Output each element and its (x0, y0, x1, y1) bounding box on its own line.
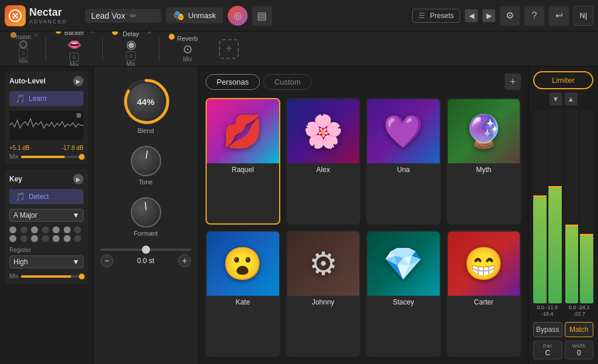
track-name-label: Lead Vox (91, 11, 125, 20)
pitch-slider-track[interactable] (100, 249, 191, 251)
compression-knob[interactable] (19, 40, 27, 48)
detect-icon: 🎵 (15, 192, 25, 201)
persona-card-kate[interactable]: 😮 Kate (206, 230, 280, 357)
add-effect-button[interactable]: + (219, 39, 239, 59)
compression-partial-label: nsion (16, 33, 31, 40)
right-panel: Limiter ▼ ▲ 0.0 -1 (528, 66, 598, 364)
reverb-module[interactable]: Reverb ⊙ Mix (164, 33, 211, 65)
film-button[interactable]: ▤ (252, 6, 272, 26)
sep-2 (102, 37, 103, 61)
unmask-label: Unmask (188, 11, 216, 20)
left-panel: Auto-Level ▶ 🎵 Learn +5.1 dB -17.8 dB Mi… (0, 66, 93, 364)
match-button[interactable]: Match (565, 322, 594, 337)
settings-button[interactable]: ⚙ (500, 6, 520, 26)
width-value: 0 (568, 349, 591, 357)
delay-label: Delay (123, 32, 139, 37)
logo-area: Nectar ADVANCED (5, 5, 81, 26)
add-persona-button[interactable]: + (505, 74, 521, 90)
formant-label: Formant (134, 230, 158, 237)
formant-knob[interactable] (131, 197, 161, 228)
unmask-button[interactable]: 🎭 Unmask (166, 8, 223, 23)
key-select-dropdown[interactable]: A Major ▼ (9, 209, 84, 222)
right-meter-vals: 0.0 -24.1 -22.7 (565, 304, 594, 317)
persona-name-myth: Myth (476, 166, 491, 174)
key-mix-label: Mix (9, 273, 19, 279)
backer-module[interactable]: Backer 👄 S Mix ✕ (51, 32, 98, 66)
key-mix-slider[interactable] (21, 275, 84, 278)
delay-close-icon[interactable]: ✕ (147, 32, 152, 36)
reverb-icon: ⊙ (183, 42, 193, 56)
persona-img-myth: 🔮 (448, 99, 520, 163)
persona-card-carter[interactable]: 😁 Carter (447, 230, 521, 357)
bypass-match-row: Bypass Match (533, 322, 593, 337)
backer-label: Backer (64, 32, 84, 36)
limiter-down-button[interactable]: ▼ (550, 93, 562, 106)
compression-close-icon[interactable]: ✕ (34, 32, 39, 38)
persona-card-johnny[interactable]: ⚙ Johnny (286, 230, 361, 357)
detect-button[interactable]: 🎵 Detect (9, 189, 84, 204)
pan-width-row: Pan C Width 0 (533, 341, 593, 359)
persona-card-myth[interactable]: 🔮 Myth (447, 98, 521, 225)
key-dot-3 (31, 226, 38, 233)
edit-track-icon[interactable]: ✏ (130, 11, 137, 20)
auto-level-title: Auto-Level (9, 77, 46, 85)
persona-card-una[interactable]: 💜 Una (366, 98, 441, 225)
auto-level-play-button[interactable]: ▶ (73, 76, 84, 86)
pitch-plus-button[interactable]: + (178, 254, 191, 267)
undo-button[interactable]: ↩ (549, 6, 569, 26)
presets-area[interactable]: ☰ Presets (412, 9, 460, 23)
left-meter-1 (533, 110, 547, 303)
level-meter-values: +5.1 dB -17.8 dB (9, 145, 84, 151)
key-header: Key ▶ (9, 174, 84, 184)
top-bar: Nectar ADVANCED Lead Vox ✏ 🎭 Unmask ◎ ▤ … (0, 0, 598, 32)
key-play-button[interactable]: ▶ (73, 174, 84, 184)
persona-name-carter: Carter (474, 298, 493, 306)
width-box[interactable]: Width 0 (565, 341, 594, 359)
lm-val2: -19.4 (533, 311, 562, 317)
blend-label: Blend (137, 127, 154, 134)
tab-personas[interactable]: Personas (206, 74, 260, 90)
persona-card-raquel[interactable]: 💋 Raquel (206, 98, 280, 225)
pan-value: C (536, 349, 559, 357)
limiter-up-button[interactable]: ▲ (565, 93, 578, 106)
track-name-area[interactable]: Lead Vox ✏ (85, 9, 161, 23)
pitch-minus-button[interactable]: − (100, 254, 113, 267)
tone-knob[interactable] (131, 146, 161, 176)
blend-knob[interactable]: 44% (123, 78, 169, 125)
waveform-handle[interactable] (77, 113, 81, 118)
persona-card-stacey[interactable]: 💎 Stacey (366, 230, 441, 357)
delay-s-badge: S (126, 51, 135, 61)
preset-next-button[interactable]: ▶ (482, 9, 495, 22)
left-meter-tracks (533, 110, 562, 303)
learn-button[interactable]: 🎵 Learn (9, 91, 84, 106)
persona-img-raquel: 💋 (207, 99, 279, 163)
pitch-slider-thumb[interactable] (142, 246, 150, 254)
persona-name-raquel: Raquel (232, 166, 254, 174)
help-button[interactable]: ? (524, 6, 544, 26)
compression-module[interactable]: nsion S Mix ✕ (6, 32, 41, 66)
key-dot-11 (42, 235, 49, 242)
tab-custom[interactable]: Custom (263, 74, 312, 90)
presets-label: Presets (430, 12, 454, 20)
pitch-controls: − 0.0 st + (100, 254, 191, 267)
list-icon: ☰ (419, 12, 425, 20)
register-label: Register (9, 247, 84, 253)
key-dot-7 (74, 226, 81, 233)
delay-module[interactable]: Delay ◉ S Mix ✕ (107, 32, 154, 66)
persona-card-alex[interactable]: 🌸 Alex (286, 98, 361, 225)
limiter-button[interactable]: Limiter (533, 71, 593, 89)
persona-img-stacey: 💎 (367, 232, 440, 296)
pan-box[interactable]: Pan C (533, 341, 562, 359)
register-dropdown[interactable]: High ▼ (9, 256, 84, 268)
reverb-label: Reverb (177, 35, 197, 42)
learn-label: Learn (29, 94, 47, 103)
key-dot-2 (20, 226, 27, 233)
app-name: Nectar (29, 6, 67, 19)
bypass-button[interactable]: Bypass (533, 322, 562, 337)
sep-3 (159, 37, 159, 61)
register-value: High (13, 258, 28, 266)
backer-close-icon[interactable]: ✕ (91, 32, 95, 34)
preset-prev-button[interactable]: ◀ (465, 9, 478, 22)
mix-slider[interactable] (21, 156, 84, 158)
mix-circle-button[interactable]: ◎ (228, 6, 248, 26)
